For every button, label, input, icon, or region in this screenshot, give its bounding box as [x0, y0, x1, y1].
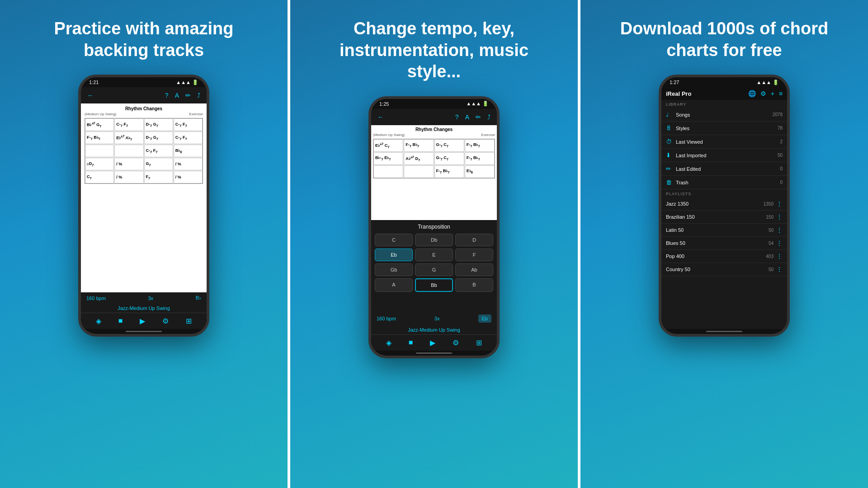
cell-5-4: / % [174, 171, 203, 183]
help-icon[interactable]: ? [165, 92, 169, 99]
library-item-last-imported[interactable]: ⬇ Last Imported 50 [661, 149, 787, 162]
cell-5-2: / % [114, 171, 143, 183]
nav-bar-middle [416, 352, 452, 354]
notch-left [126, 77, 162, 87]
m-cell-3-4: E♭6 [465, 165, 495, 178]
playlist-jazz[interactable]: Jazz 1350 1350 ⋮ [661, 197, 787, 211]
playlist-brazilian-count: 150 [766, 215, 774, 220]
playlist-jazz-count: 1350 [764, 202, 774, 206]
time-middle: 1:25 [379, 101, 389, 107]
app-header: iReal Pro 🌐 ⚙ + ≡ [661, 87, 787, 100]
nav-grid-icon[interactable]: ⊞ [186, 317, 192, 325]
nav-play-icon[interactable]: ▶ [140, 317, 145, 325]
library-item-last-edited[interactable]: ✏ Last Edited 0 [661, 162, 787, 176]
playlist-pop-menu[interactable]: ⋮ [776, 253, 783, 260]
cell-1-4: C-7 F7 [174, 118, 203, 131]
back-icon-m[interactable]: ← [377, 113, 384, 121]
sheet-subtitle-m: (Medium Up Swing) [373, 133, 405, 137]
globe-icon[interactable]: 🌐 [748, 90, 756, 97]
bottom-info-middle: 160 bpm 3x Eb [371, 312, 497, 325]
font-icon[interactable]: A [175, 92, 179, 99]
last-edited-count: 0 [780, 166, 783, 171]
back-icon[interactable]: ← [87, 92, 94, 99]
key-ab[interactable]: Ab [455, 263, 493, 276]
nav-learn-icon[interactable]: ◈ [96, 317, 101, 325]
playlist-blues[interactable]: Blues 50 54 ⋮ [661, 237, 787, 250]
key-bb[interactable]: Bb [415, 278, 453, 292]
help-icon-m[interactable]: ? [455, 113, 459, 121]
share-icon[interactable]: ⤴ [197, 92, 200, 99]
share-icon-m[interactable]: ⤴ [487, 113, 491, 121]
playlist-jazz-name: Jazz 1350 [666, 201, 764, 206]
nav-stop-icon-m[interactable]: ■ [409, 338, 413, 347]
cell-3-3: C-7 F7 [144, 145, 173, 157]
edit-icon-m[interactable]: ✏ [476, 113, 481, 121]
styles-label: Styles [676, 126, 778, 131]
nav-play-icon-m[interactable]: ▶ [430, 338, 435, 347]
cell-4-1: B D7 [85, 158, 114, 170]
nav-stop-icon[interactable]: ■ [118, 317, 123, 325]
key-c[interactable]: C [375, 234, 413, 246]
playlist-latin-menu[interactable]: ⋮ [776, 226, 783, 234]
time-right: 1:27 [670, 80, 679, 85]
playlist-country-menu[interactable]: ⋮ [776, 266, 783, 273]
songs-label: Songs [676, 112, 773, 117]
filter-icon[interactable]: ≡ [779, 90, 783, 97]
sheet-exercise-m: Exercise [481, 133, 495, 137]
key-gb[interactable]: Gb [375, 263, 413, 276]
library-item-songs[interactable]: ♩ Songs 2078 [661, 108, 787, 122]
playlist-country[interactable]: Country 50 50 ⋮ [661, 263, 787, 276]
playlist-blues-name: Blues 50 [666, 240, 769, 246]
key-db[interactable]: Db [415, 234, 453, 246]
library-item-last-viewed[interactable]: ⏱ Last Viewed 2 [661, 135, 787, 149]
playlist-country-name: Country 50 [666, 267, 769, 272]
playlist-jazz-menu[interactable]: ⋮ [776, 200, 783, 207]
nav-mixer-icon[interactable]: ⚙ [162, 317, 169, 325]
panel-left: Practice with amazing backing tracks 1:2… [0, 0, 288, 488]
nav-bar-right [706, 331, 742, 332]
cell-1-1: B♭▵7 G7 [85, 118, 114, 131]
library-content: iReal Pro 🌐 ⚙ + ≡ LIBRARY ♩ Songs 2078 🎚… [661, 87, 787, 329]
sheet-content: Rhythm Changes (Medium Up Swing) Exercis… [81, 103, 207, 292]
last-imported-count: 50 [778, 153, 783, 158]
cell-5-3: F7 [144, 171, 173, 183]
m-cell-1-1: E♭▵7 C7 [373, 139, 403, 152]
m-cell-3-3: F-7 B♭7 [434, 165, 464, 178]
headline-left: Practice with amazing backing tracks [35, 18, 252, 61]
m-cell-2-1: B♭-7 E♭7 [373, 152, 403, 165]
nav-learn-icon-m[interactable]: ◈ [386, 338, 392, 347]
add-icon[interactable]: + [771, 90, 774, 97]
last-edited-label: Last Edited [676, 166, 780, 172]
library-item-trash[interactable]: 🗑 Trash 0 [661, 176, 787, 189]
edit-icon[interactable]: ✏ [185, 92, 191, 99]
key-eb[interactable]: Eb [375, 249, 413, 261]
library-item-styles[interactable]: 🎚 Styles 78 [661, 122, 787, 135]
nav-mixer-icon-m[interactable]: ⚙ [453, 338, 459, 347]
playlist-pop[interactable]: Pop 400 403 ⋮ [661, 250, 787, 263]
key-f[interactable]: F [455, 249, 493, 261]
font-icon-m[interactable]: A [465, 113, 469, 121]
toolbar-middle: ← ? A ✏ ⤴ [371, 109, 497, 125]
key-a[interactable]: A [375, 278, 413, 292]
playlist-latin[interactable]: Latin 50 50 ⋮ [661, 224, 787, 237]
nav-grid-icon-m[interactable]: ⊞ [476, 338, 482, 347]
trash-label: Trash [676, 180, 780, 185]
sheet-title-m: Rhythm Changes [373, 127, 495, 132]
playlist-blues-menu[interactable]: ⋮ [776, 239, 783, 247]
cell-2-2: E♭▵7 A♭7 [114, 131, 143, 144]
m-cell-2-2: A♭▵7 D7 [404, 152, 434, 165]
settings-icon[interactable]: ⚙ [760, 90, 766, 97]
signal-right: ▲▲▲ 🔋 [756, 80, 779, 85]
playlist-brazilian[interactable]: Brazilian 150 150 ⋮ [661, 211, 787, 224]
bpm-middle: 160 bpm [377, 316, 396, 321]
app-title: iReal Pro [666, 90, 691, 97]
panel-right: Download 1000s of chord charts for free … [580, 0, 868, 488]
key-b[interactable]: B [455, 278, 493, 292]
key-d[interactable]: D [455, 234, 493, 246]
key-g[interactable]: G [415, 263, 453, 276]
m-cell-3-1 [373, 165, 403, 178]
headline-right: Download 1000s of chord charts for free [616, 18, 833, 61]
playlist-country-count: 50 [769, 267, 774, 272]
key-e[interactable]: E [415, 249, 453, 261]
playlist-brazilian-menu[interactable]: ⋮ [776, 213, 783, 221]
